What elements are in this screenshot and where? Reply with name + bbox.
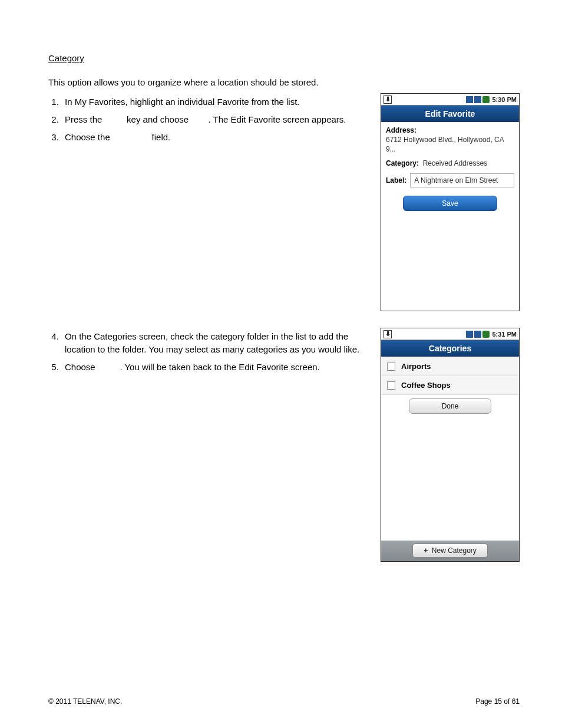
done-button[interactable]: Done (409, 398, 491, 414)
category-item-airports[interactable]: Airports (381, 357, 519, 376)
download-icon: ⬇ (384, 330, 392, 338)
battery-icon (482, 331, 490, 338)
status-bar: ⬇ 5:30 PM (381, 94, 519, 106)
step-3-blank (113, 132, 150, 142)
category-label: Category: (386, 159, 419, 167)
address-label: Address: (386, 126, 514, 135)
step-5-blank (98, 362, 117, 372)
status-time: 5:30 PM (492, 96, 517, 103)
category-item-label: Coffee Shops (401, 381, 451, 390)
category-value: Received Addresses (421, 159, 487, 167)
section-heading: Category (48, 53, 520, 63)
phone-mock-categories: ⬇ 5:31 PM Categories Airports Coffee Sho… (381, 328, 520, 562)
signal-icon (474, 96, 481, 103)
step-2: Press the key and choose . The Edit Favo… (61, 111, 370, 129)
new-category-button[interactable]: + New Category (412, 543, 488, 558)
signal-icon (474, 331, 481, 338)
step-2-part-a: Press the (65, 114, 105, 124)
step-2-blank-choice (191, 114, 206, 124)
network-icon (466, 96, 473, 103)
checkbox-icon[interactable] (387, 363, 395, 371)
category-item-label: Airports (401, 362, 431, 371)
plus-icon: + (424, 546, 428, 555)
screen-title: Edit Favorite (381, 106, 519, 122)
footer-copyright: © 2011 TELENAV, INC. (48, 697, 122, 706)
step-3: Choose the field. (61, 129, 370, 146)
phone-mock-edit-favorite: ⬇ 5:30 PM Edit Favorite Address: 6712 Ho… (381, 93, 520, 311)
category-item-coffee-shops[interactable]: Coffee Shops (381, 376, 519, 395)
footer-page: Page 15 of 61 (475, 697, 520, 706)
step-4: On the Categories screen, check the cate… (61, 328, 370, 358)
step-3-part-b: field. (152, 132, 171, 142)
step-2-part-b: key and choose (127, 114, 191, 124)
status-time: 5:31 PM (492, 331, 517, 338)
new-category-bar: + New Category (381, 541, 519, 561)
step-5-part-b: . You will be taken back to the Edit Fav… (120, 362, 319, 372)
address-value: 6712 Hollywood Blvd., Hollywood, CA 9... (386, 135, 514, 154)
intro-text: This option allows you to organize where… (48, 77, 520, 87)
download-icon: ⬇ (384, 95, 392, 104)
label-label: Label: (386, 176, 406, 185)
battery-icon (482, 96, 490, 103)
step-1: In My Favorites, highlight an individual… (61, 93, 370, 111)
save-button[interactable]: Save (403, 196, 497, 211)
network-icon (466, 331, 473, 338)
step-2-blank-key (105, 114, 124, 124)
checkbox-icon[interactable] (387, 381, 395, 390)
step-2-part-c: . The Edit Favorite screen appears. (208, 114, 346, 124)
step-3-part-a: Choose the (65, 132, 113, 142)
step-5-part-a: Choose (65, 362, 98, 372)
new-category-label: New Category (432, 546, 477, 555)
label-input[interactable]: A Nightmare on Elm Street (410, 173, 514, 187)
screen-title: Categories (381, 340, 519, 357)
status-bar: ⬇ 5:31 PM (381, 328, 519, 340)
step-5: Choose . You will be taken back to the E… (61, 358, 370, 376)
